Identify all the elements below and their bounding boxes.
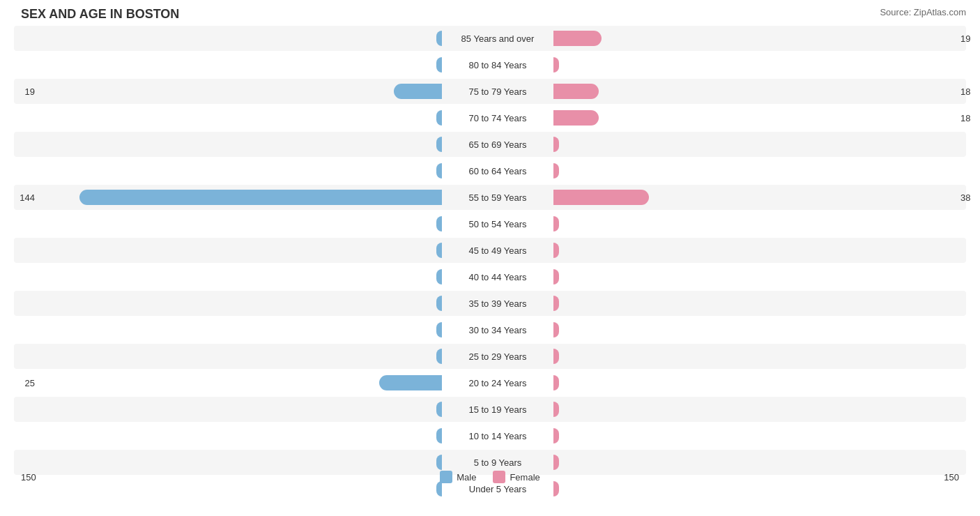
female-bar-container <box>553 29 958 47</box>
axis-row: 150 Male Female 150 <box>14 471 966 483</box>
right-side <box>553 317 980 342</box>
male-bar-container <box>38 294 442 312</box>
right-side: 19 <box>553 26 980 51</box>
male-bar <box>436 455 442 470</box>
female-bar <box>553 455 559 470</box>
left-side: 19 <box>14 79 442 104</box>
age-group-label: 55 to 59 Years <box>442 192 553 203</box>
male-bar <box>379 375 442 390</box>
age-group-label: 80 to 84 Years <box>442 60 553 70</box>
age-group-label: 25 to 29 Years <box>442 351 553 362</box>
female-bar <box>553 269 559 284</box>
male-bar-container <box>38 321 442 339</box>
male-bar <box>436 269 442 284</box>
male-bar-container <box>38 453 442 471</box>
right-side <box>553 52 980 77</box>
female-bar <box>553 322 559 337</box>
female-value: 38 <box>960 192 980 203</box>
male-bar-container <box>38 29 442 47</box>
female-bar-container <box>553 400 958 418</box>
male-bar <box>436 216 442 232</box>
chart-row: 45 to 49 Years <box>14 238 966 263</box>
age-group-label: 35 to 39 Years <box>442 298 553 309</box>
right-side <box>553 238 980 263</box>
male-bar-container <box>38 268 442 286</box>
male-bar-container <box>38 347 442 365</box>
right-side: 38 <box>553 185 980 210</box>
female-bar-container <box>553 215 958 233</box>
left-side <box>14 291 442 316</box>
male-bar-container <box>38 374 442 392</box>
female-bar <box>553 349 559 364</box>
right-side <box>553 158 980 183</box>
male-bar <box>436 349 442 364</box>
right-side <box>553 397 980 422</box>
age-group-label: 40 to 44 Years <box>442 272 553 282</box>
male-value: 19 <box>14 86 35 97</box>
axis-max-label: 150 <box>944 472 959 483</box>
female-bar-container <box>553 188 958 206</box>
female-bar-container <box>553 321 958 339</box>
male-bar-container <box>38 427 442 445</box>
male-bar <box>436 296 442 311</box>
left-side <box>14 52 442 77</box>
chart-row: 10 to 14 Years <box>14 423 966 448</box>
right-side: 18 <box>553 79 980 104</box>
female-bar <box>553 137 559 152</box>
age-group-label: 75 to 79 Years <box>442 86 553 97</box>
age-group-label: 85 Years and over <box>442 33 553 44</box>
female-bar-container <box>553 347 958 365</box>
left-side: 25 <box>14 370 442 395</box>
female-bar-container <box>553 56 958 74</box>
right-side <box>553 344 980 369</box>
left-side <box>14 211 442 236</box>
chart-title: SEX AND AGE IN BOSTON <box>14 7 966 22</box>
age-group-label: 65 to 69 Years <box>442 139 553 150</box>
legend-female-label: Female <box>510 472 539 483</box>
chart-row: 144 55 to 59 Years 38 <box>14 185 966 210</box>
chart-row: 25 20 to 24 Years <box>14 370 966 395</box>
legend-female: Female <box>493 471 539 483</box>
age-group-label: 15 to 19 Years <box>442 404 553 415</box>
left-side <box>14 344 442 369</box>
chart-container: SEX AND AGE IN BOSTON Source: ZipAtlas.c… <box>0 0 980 516</box>
left-side <box>14 238 442 263</box>
female-bar-container <box>553 374 958 392</box>
female-bar-container <box>553 453 958 471</box>
male-bar-container <box>38 241 442 259</box>
female-swatch <box>493 471 505 483</box>
female-bar <box>553 296 559 311</box>
right-side <box>553 132 980 157</box>
chart-row: 50 to 54 Years <box>14 211 966 236</box>
age-group-label: 70 to 74 Years <box>442 113 553 123</box>
female-value: 19 <box>960 33 980 44</box>
female-bar-container <box>553 241 958 259</box>
chart-row: 35 to 39 Years <box>14 291 966 316</box>
female-value: 18 <box>960 113 980 123</box>
female-bar <box>553 163 559 179</box>
female-bar <box>553 216 559 232</box>
left-side <box>14 264 442 289</box>
female-bar <box>553 57 559 73</box>
male-bar-container <box>38 82 442 100</box>
right-side <box>553 370 980 395</box>
female-bar <box>553 428 559 443</box>
female-bar <box>553 481 559 496</box>
left-side <box>14 26 442 51</box>
male-bar-container <box>38 215 442 233</box>
male-bar <box>436 57 442 73</box>
female-bar <box>553 31 602 46</box>
right-side <box>553 291 980 316</box>
left-side <box>14 317 442 342</box>
female-bar-container <box>553 82 958 100</box>
chart-row: 25 to 29 Years <box>14 344 966 369</box>
male-bar <box>436 402 442 417</box>
chart-row: 15 to 19 Years <box>14 397 966 422</box>
male-bar-container <box>38 109 442 127</box>
chart-row: 30 to 34 Years <box>14 317 966 342</box>
age-group-label: 10 to 14 Years <box>442 431 553 441</box>
male-value: 144 <box>14 192 35 203</box>
chart-row: 60 to 64 Years <box>14 158 966 183</box>
female-bar-container <box>553 427 958 445</box>
legend-male-label: Male <box>457 472 476 483</box>
